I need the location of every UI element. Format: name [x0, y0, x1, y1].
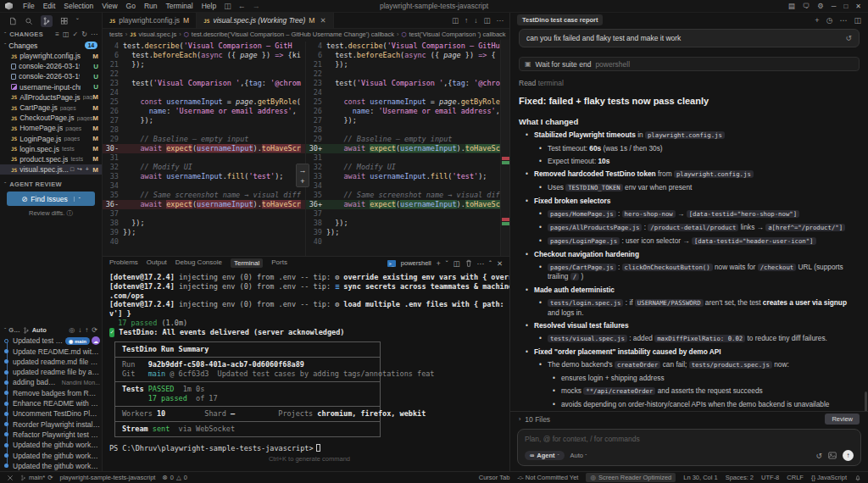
menu-terminal[interactable]: Terminal [166, 2, 193, 10]
more-icon[interactable]: ⋯ [839, 16, 847, 25]
refresh-icon[interactable]: ↻ [81, 31, 87, 38]
panel-tab-problems[interactable]: Problems [109, 258, 138, 268]
maximize-panel-icon[interactable]: ˆ [489, 259, 492, 268]
close-button[interactable]: ✕ [855, 3, 861, 10]
model-selector[interactable]: Auto ˇ [570, 452, 587, 459]
chevron-down-icon[interactable]: ˇ [446, 259, 448, 268]
indentation-indicator[interactable]: Spaces: 2 [726, 474, 754, 481]
explorer-icon[interactable] [8, 17, 17, 25]
info-icon[interactable]: ⓘ [66, 209, 73, 217]
extensions-icon[interactable] [60, 17, 69, 25]
file-item[interactable]: console-2026-03-19T07...U [0, 61, 102, 71]
commit-item[interactable]: adding badgesNandini Mon... [0, 377, 102, 387]
image-attach-icon[interactable] [828, 452, 837, 459]
view-as-list-icon[interactable]: ≡ [55, 31, 59, 38]
fetch-icon[interactable]: ↓ [78, 326, 81, 334]
more-icon[interactable]: ⋯ [91, 31, 97, 38]
chevron-down-icon[interactable]: ˇ [76, 17, 79, 25]
commit-item[interactable]: Update README.md with b... [0, 346, 102, 356]
terminal-output[interactable]: [dotenv@17.2.4] injecting env (0) from .… [103, 269, 509, 471]
changes-tree-root[interactable]: ˇ Changes 14 [0, 40, 102, 51]
diff-pane-original[interactable]: 4test.describe('Visual Comparison – GitH… [103, 42, 306, 256]
user-message[interactable]: can you fix failed and flaky test and ma… [519, 29, 860, 47]
breadcrumb-item[interactable]: test('Visual Comparison ') callback [409, 31, 506, 38]
restore-checkpoint-icon[interactable]: ↺ [845, 34, 852, 42]
layout-toggle-icon[interactable]: ◫ [224, 2, 231, 10]
repo-name[interactable]: playwright-sample-tests-javascript [59, 474, 155, 481]
source-control-icon[interactable] [41, 15, 53, 27]
panel-tab-debug-console[interactable]: Debug Console [175, 258, 222, 268]
branch-indicator[interactable]: main* ⟳ [20, 474, 53, 481]
commit-item[interactable]: Updated the github workflo... [0, 440, 102, 450]
menu-help[interactable]: Help [202, 2, 216, 10]
next-change-icon[interactable]: ↓ [474, 16, 477, 25]
tool-call-row[interactable]: ▣ Wait for suite end powershell [519, 57, 860, 71]
file-item[interactable]: JSplaywright.config.jsM [0, 51, 102, 61]
commit-item[interactable]: updated readme.md file by ... [0, 357, 102, 367]
maximize-button[interactable]: □ [843, 3, 848, 10]
language-indicator[interactable]: {} JavaScript [811, 474, 847, 481]
chat-scrollbar[interactable] [865, 391, 867, 411]
menu-run[interactable]: Run [144, 2, 158, 10]
commit-item[interactable]: Updated the github workflo... [0, 461, 102, 471]
agent-mode-selector[interactable]: ∞Agentˇ [525, 451, 565, 460]
panel-tab-terminal[interactable]: Terminal [231, 258, 263, 268]
breadcrumb-item[interactable]: test.describe('Visual Comparison – GitHu… [192, 31, 394, 38]
file-item[interactable]: JSvisual.spec.js...□ ↪ +M [0, 164, 102, 175]
new-terminal-icon[interactable]: + [437, 259, 441, 268]
commit-item[interactable]: Updated test c...◉ main☁ [0, 336, 102, 346]
commit-item[interactable]: Refactor Playwright test wor... [0, 430, 102, 440]
file-item[interactable]: JSLoginPage.jspagesM [0, 134, 102, 144]
commit-item[interactable]: Reorder Playwright installati... [0, 419, 102, 430]
menu-go[interactable]: Go [126, 2, 136, 10]
close-panel-icon[interactable]: ✕ [497, 259, 503, 268]
minimap[interactable] [500, 40, 509, 256]
split-terminal-icon[interactable]: ◫ [453, 259, 460, 268]
sync-icon[interactable]: ⟳ [47, 474, 53, 481]
chat-input-box[interactable]: Plan, @ for context, / for commands ∞Age… [517, 429, 861, 466]
revert-arrow-icon[interactable]: → [297, 164, 309, 175]
layout-panel-icon[interactable]: ▤ [788, 2, 795, 10]
stage-plus-icon[interactable]: + [297, 175, 309, 186]
breadcrumb-item[interactable]: tests [109, 31, 123, 38]
minimize-button[interactable]: ─ [832, 3, 837, 10]
remote-icon[interactable] [7, 475, 14, 481]
split-editor-icon[interactable]: ◫ [483, 16, 490, 25]
history-icon[interactable]: ◷ [826, 16, 833, 25]
find-issues-button[interactable]: ⊘ Find Issues ˇ [7, 192, 95, 206]
open-changes-icon[interactable]: ◫ [63, 31, 70, 38]
search-icon[interactable] [25, 17, 33, 25]
file-item[interactable]: console-2026-03-19T07...U [0, 71, 102, 81]
new-chat-icon[interactable]: + [815, 16, 819, 25]
editor-tab[interactable]: JSplaywright.config.jsM [103, 13, 197, 28]
review-button[interactable]: Review [825, 414, 860, 425]
chat-tab[interactable]: TestDino test case report [517, 14, 603, 25]
menu-edit[interactable]: Edit [43, 2, 56, 10]
chat-messages[interactable]: can you fix failed and flaky test and ma… [510, 27, 868, 411]
commit-item[interactable]: updated readme file by addi... [0, 367, 102, 377]
chevron-down-icon[interactable]: ˇ [4, 327, 6, 333]
editor-tab[interactable]: JSvisual.spec.js (Working Tree)M✕ [197, 13, 333, 28]
file-item[interactable]: JSCartPage.jspagesM [0, 103, 102, 113]
gear-icon[interactable]: ◎ [69, 326, 75, 334]
encoding-indicator[interactable]: UTF-8 [761, 474, 779, 481]
send-button[interactable]: ↑ [843, 450, 854, 461]
history-loop-icon[interactable]: ↺ [815, 452, 822, 460]
diff-pane-modified[interactable]: 4test.describe('Visual Comparison – GitH… [306, 42, 509, 256]
commit-item[interactable]: Enhance README with statu... [0, 398, 102, 408]
line-col-indicator[interactable]: Ln 30, Col 1 [683, 474, 717, 481]
back-icon[interactable]: ← [238, 2, 246, 10]
not-committed-indicator[interactable]: -○-Not Committed Yet [517, 474, 578, 481]
close-tab-icon[interactable]: ✕ [320, 16, 326, 25]
more-icon[interactable]: ⋯ [477, 259, 485, 268]
file-item[interactable]: JSAllProductsPage.jspagesM [0, 92, 102, 103]
files-changed-bar[interactable]: › 10 Files Review [510, 411, 868, 426]
push-icon[interactable]: ↑ [85, 326, 88, 334]
file-item[interactable]: JSproduct.spec.jstestsM [0, 154, 102, 164]
more-icon[interactable]: ⋯ [497, 16, 504, 25]
file-action-icons[interactable]: □ ↪ + [70, 166, 90, 173]
find-issues-dropdown[interactable]: ˇ [74, 197, 81, 202]
menu-view[interactable]: View [102, 2, 117, 10]
prev-change-icon[interactable]: ↑ [465, 16, 468, 25]
screen-reader-indicator[interactable]: ◎Screen Reader Optimized [586, 473, 676, 482]
